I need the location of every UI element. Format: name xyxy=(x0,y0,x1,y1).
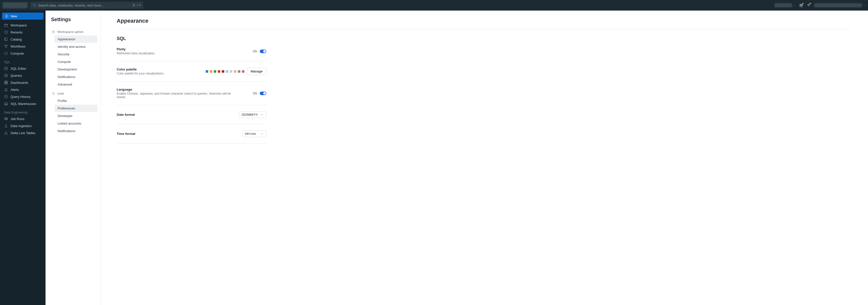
language-toggle[interactable] xyxy=(260,91,266,95)
global-search[interactable]: Search data, notebooks, recents, and mor… xyxy=(30,2,143,9)
chevron-down-icon xyxy=(793,4,796,6)
svg-point-13 xyxy=(5,47,6,48)
svg-point-26 xyxy=(54,31,55,32)
sql-icon xyxy=(4,66,8,71)
primary-sidebar: New WorkspaceRecentsCatalogWorkflowsComp… xyxy=(0,10,45,305)
setting-language-state: On xyxy=(253,91,257,95)
settings-item-preferences[interactable]: Preferences xyxy=(55,105,97,112)
settings-item-linked-accounts[interactable]: Linked accounts xyxy=(55,120,97,127)
sidebar-item-sql-warehouses[interactable]: SQL Warehouses xyxy=(2,100,43,107)
cloud-icon xyxy=(4,51,8,55)
sidebar-item-label: Data Ingestion xyxy=(10,124,32,128)
settings-main: Appearance SQL Plotly Refreshed data vis… xyxy=(100,10,868,305)
sidebar-item-compute[interactable]: Compute xyxy=(2,50,43,57)
sidebar-item-label: Workflows xyxy=(10,45,26,48)
plus-circle-icon xyxy=(4,14,8,18)
sidebar-item-sql-editor[interactable]: SQL Editor xyxy=(2,65,43,72)
svg-point-0 xyxy=(33,4,35,6)
settings-item-appearance[interactable]: Appearance xyxy=(55,35,97,43)
setting-language: Language Enable Chinese, Japanese, and K… xyxy=(117,82,266,105)
sidebar-item-alerts[interactable]: Alerts xyxy=(2,86,43,93)
setting-language-desc: Enable Chinese, Japanese, and Korean cha… xyxy=(117,92,232,99)
sidebar-item-label: Workspace xyxy=(10,23,27,27)
sidebar-item-label: Dashboards xyxy=(10,81,28,85)
palette-swatch xyxy=(226,70,228,73)
svg-line-1 xyxy=(35,6,36,7)
sidebar-item-recents[interactable]: Recents xyxy=(2,29,43,36)
sidebar-item-workflows[interactable]: Workflows xyxy=(2,43,43,50)
settings-item-notifications[interactable]: Notifications xyxy=(55,73,97,81)
assistant-icon-button[interactable] xyxy=(807,3,811,7)
sidebar-item-delta-live-tables[interactable]: Delta Live Tables xyxy=(2,129,43,136)
sidebar-item-label: Catalog xyxy=(10,37,22,41)
settings-item-notifications[interactable]: Notifications xyxy=(55,127,97,135)
settings-item-identity-and-access[interactable]: Identity and access xyxy=(55,43,97,50)
manage-palette-button[interactable]: Manage xyxy=(247,68,266,75)
palette-swatch xyxy=(230,70,232,73)
brand-logo[interactable] xyxy=(2,2,28,8)
sidebar-item-label: Alerts xyxy=(10,88,19,91)
date-format-select[interactable]: DD/MM/YY xyxy=(239,111,266,118)
flow-icon xyxy=(4,44,8,48)
palette-swatch xyxy=(242,70,244,73)
time-format-select[interactable]: HH:mm xyxy=(242,130,266,137)
setting-plotly: Plotly Refreshed data visualization On xyxy=(117,41,266,61)
sidebar-item-catalog[interactable]: Catalog xyxy=(2,36,43,43)
plotly-toggle[interactable] xyxy=(260,50,266,53)
dashboard-icon xyxy=(4,81,8,85)
topbar: Search data, notebooks, recents, and mor… xyxy=(0,0,868,10)
sidebar-item-data-ingestion[interactable]: Data Ingestion xyxy=(2,122,43,129)
new-button[interactable]: New xyxy=(2,12,43,20)
palette-swatches xyxy=(206,70,244,73)
sidebar-item-label: Compute xyxy=(10,52,24,55)
svg-point-27 xyxy=(53,92,54,93)
svg-rect-18 xyxy=(6,81,7,82)
search-icon xyxy=(33,3,36,7)
sidebar-item-query-history[interactable]: Query History xyxy=(2,93,43,100)
sidebar-item-job-runs[interactable]: Job Runs xyxy=(2,115,43,122)
gift-icon-button[interactable] xyxy=(799,3,803,7)
settings-item-profile[interactable]: Profile xyxy=(55,97,97,105)
settings-item-developer[interactable]: Developer xyxy=(55,112,97,119)
sidebar-item-label: Delta Live Tables xyxy=(10,131,35,135)
book-icon xyxy=(4,37,8,41)
ingest-icon xyxy=(4,124,8,128)
svg-rect-23 xyxy=(5,118,7,118)
nav-section-sql: SQL xyxy=(2,57,43,65)
users-icon xyxy=(52,30,55,34)
palette-swatch xyxy=(238,70,240,73)
bell-icon xyxy=(4,88,8,91)
nav-section-de: Data Engineering xyxy=(2,107,43,115)
warehouse-icon xyxy=(4,102,8,106)
section-title-sql: SQL xyxy=(117,36,852,41)
svg-rect-19 xyxy=(4,83,6,84)
new-button-label: New xyxy=(10,15,17,18)
clock-icon xyxy=(4,30,8,34)
sidebar-item-workspace[interactable]: Workspace xyxy=(2,22,43,29)
account-picker[interactable] xyxy=(814,3,866,7)
sidebar-item-dashboards[interactable]: Dashboards xyxy=(2,79,43,86)
svg-rect-14 xyxy=(5,67,7,70)
history-icon xyxy=(4,94,8,99)
settings-item-development[interactable]: Development xyxy=(55,66,97,73)
settings-item-security[interactable]: Security xyxy=(55,51,97,58)
palette-swatch xyxy=(222,70,224,73)
date-format-value: DD/MM/YY xyxy=(242,113,258,116)
settings-item-advanced[interactable]: Advanced xyxy=(55,81,97,88)
workspace-picker[interactable] xyxy=(774,3,796,7)
setting-date-title: Date format xyxy=(117,113,135,116)
svg-point-11 xyxy=(4,45,5,46)
search-placeholder: Search data, notebooks, recents, and mor… xyxy=(38,3,130,7)
setting-time-format: Time format HH:mm xyxy=(117,124,266,143)
topbar-right xyxy=(774,3,866,7)
chevron-down-icon xyxy=(863,4,866,6)
settings-section-user: User xyxy=(51,90,97,97)
palette-swatch xyxy=(210,70,212,73)
svg-point-25 xyxy=(53,31,54,32)
sidebar-item-queries[interactable]: Queries xyxy=(2,72,43,79)
svg-rect-8 xyxy=(4,24,7,26)
sidebar-item-label: SQL Editor xyxy=(10,67,26,71)
palette-swatch xyxy=(234,70,236,73)
setting-plotly-title: Plotly xyxy=(117,47,155,51)
settings-item-compute[interactable]: Compute xyxy=(55,58,97,65)
